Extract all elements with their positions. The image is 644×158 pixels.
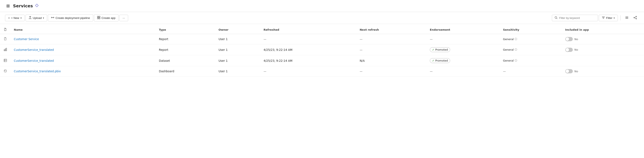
new-label: + New xyxy=(11,16,19,20)
col-included-header: Included in app xyxy=(562,26,644,34)
info-icon[interactable]: ⓘ xyxy=(514,48,517,51)
row-sensitivity: Generalⓘ xyxy=(500,44,562,55)
row-refreshed: — xyxy=(260,66,356,76)
svg-rect-16 xyxy=(6,48,7,51)
share-icon xyxy=(633,16,637,20)
check-icon: ✓ xyxy=(432,59,434,62)
table-row: CustomerService_translatedDatasetUser 14… xyxy=(0,55,644,66)
included-toggle[interactable] xyxy=(565,37,573,41)
included-toggle[interactable] xyxy=(565,48,573,52)
col-type-header: Type xyxy=(156,26,215,34)
row-next-refresh: N/A xyxy=(356,55,426,66)
info-icon[interactable]: ⓘ xyxy=(514,37,517,41)
row-sensitivity: Generalⓘ xyxy=(500,55,562,66)
dash: — xyxy=(430,37,433,41)
row-type: Dashboard xyxy=(156,66,215,76)
more-button[interactable]: ··· xyxy=(119,15,128,21)
toolbar: + + New ▾ Upload ▾ Create deployment pip xyxy=(0,12,644,24)
toggle-label: No xyxy=(574,70,578,73)
create-app-button[interactable]: Create app xyxy=(94,14,119,21)
svg-point-2 xyxy=(7,6,8,7)
page-header: Services xyxy=(0,0,644,12)
upload-button[interactable]: Upload ▾ xyxy=(26,15,47,21)
plus-icon: + xyxy=(8,16,10,20)
row-next-refresh: — xyxy=(356,44,426,55)
svg-point-0 xyxy=(7,5,8,6)
row-type-icon xyxy=(0,55,10,66)
svg-rect-15 xyxy=(5,49,6,51)
included-toggle[interactable] xyxy=(565,69,573,73)
search-box[interactable] xyxy=(552,15,598,21)
more-icon: ··· xyxy=(122,16,125,20)
row-next-refresh: — xyxy=(356,34,426,44)
create-pipeline-button[interactable]: Create deployment pipeline xyxy=(48,14,93,21)
toggle-wrap: No xyxy=(565,37,641,41)
dash: — xyxy=(360,48,362,51)
svg-rect-17 xyxy=(4,59,7,62)
row-refreshed: 4/25/23, 9:22:14 AM xyxy=(260,44,356,55)
list-icon xyxy=(625,16,629,20)
table-header-row: Name Type Owner Refreshed Next refresh E… xyxy=(0,26,644,34)
row-endorsement: — xyxy=(426,66,500,76)
info-icon[interactable]: ⓘ xyxy=(514,59,517,62)
create-pipeline-label: Create deployment pipeline xyxy=(56,16,90,20)
row-included-in-app: No xyxy=(562,44,644,55)
items-table-container: Name Type Owner Refreshed Next refresh E… xyxy=(0,24,644,158)
upload-caret-icon: ▾ xyxy=(43,17,44,19)
svg-point-19 xyxy=(5,71,6,71)
sensitivity-cell: Generalⓘ xyxy=(503,48,558,51)
search-icon xyxy=(554,16,558,20)
pipeline-icon xyxy=(51,16,54,20)
sensitivity-cell: Generalⓘ xyxy=(503,37,558,41)
new-caret-icon: ▾ xyxy=(20,17,22,19)
share-button[interactable] xyxy=(632,14,639,22)
row-sensitivity: Generalⓘ xyxy=(500,34,562,44)
row-owner: User 1 xyxy=(215,44,260,55)
dash: — xyxy=(360,37,362,41)
filter-caret-icon: ▾ xyxy=(614,17,615,19)
col-refreshed-header: Refreshed xyxy=(260,26,356,34)
check-icon: ✓ xyxy=(432,48,434,51)
toggle-wrap: No xyxy=(565,69,641,73)
diamond-icon xyxy=(35,4,39,8)
svg-point-1 xyxy=(8,5,10,6)
row-name[interactable]: CustomerService_translated xyxy=(10,55,156,66)
list-view-button[interactable] xyxy=(623,14,630,22)
row-type: Dataset xyxy=(156,55,215,66)
table-row: CustomerService_translatedReportUser 14/… xyxy=(0,44,644,55)
col-icon-header xyxy=(0,26,10,34)
row-endorsement: — xyxy=(426,34,500,44)
page-title: Services xyxy=(13,3,33,9)
col-endorsement-header: Endorsement xyxy=(426,26,500,34)
file-icon xyxy=(4,29,7,32)
dash: — xyxy=(264,37,266,41)
row-owner: User 1 xyxy=(215,55,260,66)
row-type-icon xyxy=(0,34,10,44)
toolbar-divider xyxy=(620,15,620,20)
toggle-wrap: No xyxy=(565,48,641,52)
filter-icon xyxy=(602,16,605,20)
dash: — xyxy=(503,69,506,73)
filter-button[interactable]: Filter ▾ xyxy=(599,15,618,21)
svg-rect-8 xyxy=(97,18,98,19)
table-row: Customer ServiceReportUser 1———GeneralⓘN… xyxy=(0,34,644,44)
page: Services + + New ▾ Upload ▾ xyxy=(0,0,644,158)
svg-rect-6 xyxy=(97,16,98,18)
dash: — xyxy=(430,69,433,73)
row-type: Report xyxy=(156,34,215,44)
toggle-label: No xyxy=(574,38,578,41)
row-name[interactable]: CustomerService_translated xyxy=(10,44,156,55)
row-name[interactable]: Customer Service xyxy=(10,34,156,44)
col-owner-header: Owner xyxy=(215,26,260,34)
promoted-badge: ✓Promoted xyxy=(430,47,450,52)
svg-point-4 xyxy=(51,17,52,18)
svg-point-12 xyxy=(634,17,634,18)
col-name-header: Name xyxy=(10,26,156,34)
new-button[interactable]: + + New ▾ xyxy=(5,15,25,21)
search-input[interactable] xyxy=(559,16,593,20)
row-included-in-app: No xyxy=(562,66,644,76)
row-name[interactable]: CustomerService_translated.pbix xyxy=(10,66,156,76)
row-type-icon xyxy=(0,66,10,76)
svg-rect-9 xyxy=(99,18,100,19)
row-endorsement: ✓Promoted xyxy=(426,55,500,66)
